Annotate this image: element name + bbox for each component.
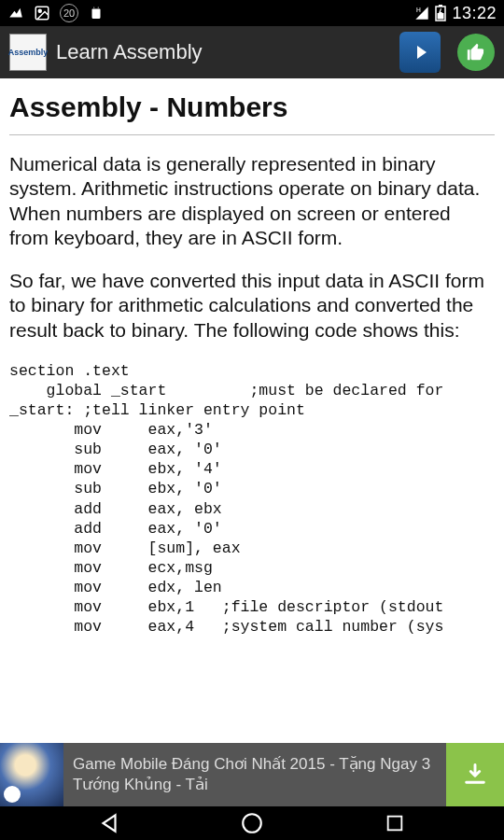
- back-button[interactable]: [81, 811, 137, 835]
- svg-point-2: [93, 7, 94, 7]
- status-bar: 20 H 13:22: [0, 0, 504, 26]
- ad-thumbnail-icon: [0, 743, 63, 806]
- app-logo-icon[interactable]: Assembly: [9, 34, 47, 71]
- svg-rect-6: [439, 5, 442, 7]
- image-icon: [34, 5, 50, 21]
- app-bar: Assembly Learn Assembly: [0, 26, 504, 78]
- navigation-bar: [0, 806, 504, 840]
- svg-rect-9: [388, 817, 402, 831]
- recent-apps-button[interactable]: [367, 813, 423, 833]
- page-heading: Assembly - Numbers: [9, 91, 495, 123]
- play-store-icon[interactable]: [399, 32, 441, 73]
- status-right: H 13:22: [414, 4, 497, 23]
- app-title: Learn Assembly: [56, 40, 203, 64]
- download-button[interactable]: [446, 743, 504, 806]
- thumbs-up-icon[interactable]: [457, 34, 495, 71]
- code-block: section .text global _start ;must be dec…: [9, 361, 495, 637]
- bird-icon: [7, 5, 24, 21]
- status-left: 20: [7, 4, 105, 22]
- signal-icon: H: [414, 6, 429, 21]
- ad-banner[interactable]: Game Mobile Đáng Chơi Nhất 2015 - Tặng N…: [0, 743, 504, 806]
- notification-count-badge: 20: [60, 4, 78, 22]
- clock-time: 13:22: [452, 4, 497, 23]
- home-button[interactable]: [224, 811, 280, 835]
- svg-text:H: H: [416, 7, 421, 13]
- battery-icon: [435, 5, 446, 21]
- svg-point-3: [98, 7, 99, 7]
- svg-point-1: [38, 9, 41, 12]
- divider: [9, 134, 495, 135]
- svg-point-8: [243, 814, 261, 833]
- content-area[interactable]: Assembly - Numbers Numerical data is gen…: [0, 78, 504, 743]
- ad-text: Game Mobile Đáng Chơi Nhất 2015 - Tặng N…: [63, 743, 446, 806]
- android-icon: [88, 5, 105, 21]
- paragraph-1: Numerical data is generally represented …: [9, 152, 495, 250]
- paragraph-2: So far, we have converted this input dat…: [9, 269, 495, 343]
